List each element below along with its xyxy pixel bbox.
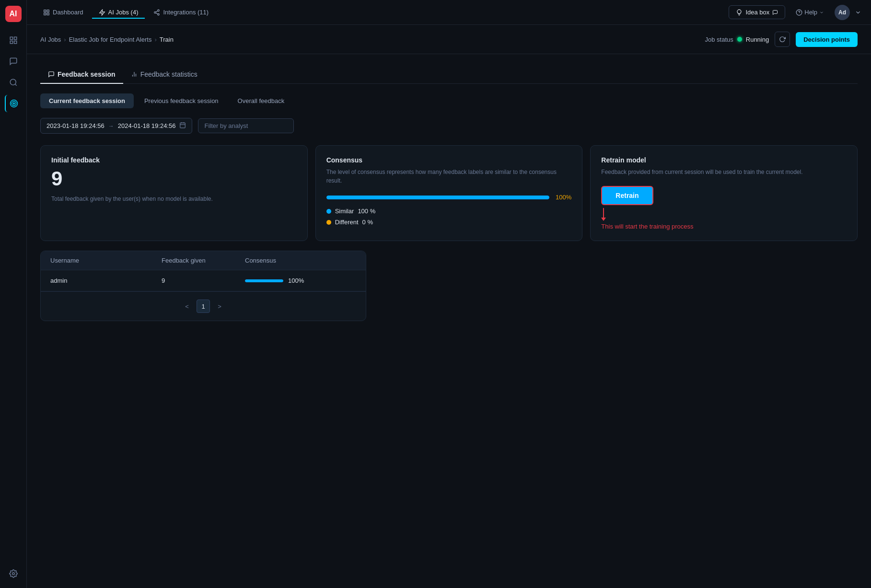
svg-point-15 bbox=[158, 10, 160, 12]
tab-feedback-statistics[interactable]: Feedback statistics bbox=[123, 66, 205, 84]
svg-point-9 bbox=[12, 573, 14, 575]
retrain-button[interactable]: Retrain bbox=[601, 186, 653, 205]
svg-rect-0 bbox=[10, 37, 12, 39]
initial-feedback-card: Initial feedback 9 Total feedback given … bbox=[40, 145, 308, 241]
feedback-table: Username Feedback given Consensus admin … bbox=[40, 251, 366, 321]
retrain-description: Feedback provided from current session w… bbox=[601, 168, 847, 176]
svg-rect-25 bbox=[180, 123, 186, 128]
status-text: Running bbox=[746, 36, 769, 43]
breadcrumb-job-name[interactable]: Elastic Job for Endpoint Alerts bbox=[69, 36, 152, 43]
initial-feedback-title: Initial feedback bbox=[51, 156, 297, 164]
analyst-filter[interactable]: Filter by analyst bbox=[198, 118, 294, 133]
consensus-progress-fill bbox=[326, 196, 550, 199]
svg-point-4 bbox=[10, 79, 16, 85]
consensus-progress-bar-bg bbox=[326, 196, 550, 199]
consensus-description: The level of consensus represents how ma… bbox=[326, 168, 572, 185]
calendar-icon[interactable] bbox=[179, 122, 186, 130]
retrain-warning: This will start the training process bbox=[601, 223, 693, 230]
tab-feedback-session[interactable]: Feedback session bbox=[40, 66, 123, 84]
help-button[interactable]: Help bbox=[790, 6, 830, 19]
svg-point-7 bbox=[12, 102, 16, 106]
consensus-row-pct: 100% bbox=[288, 277, 304, 284]
avatar-chevron-icon bbox=[855, 9, 861, 16]
refresh-button[interactable] bbox=[775, 32, 790, 47]
initial-feedback-value: 9 bbox=[51, 168, 297, 190]
svg-rect-13 bbox=[47, 13, 49, 15]
table-header: Username Feedback given Consensus bbox=[41, 251, 366, 270]
svg-rect-2 bbox=[10, 41, 12, 44]
consensus-title: Consensus bbox=[326, 156, 572, 164]
svg-marker-14 bbox=[99, 10, 105, 15]
filter-row: 2023-01-18 19:24:56 → 2024-01-18 19:24:5… bbox=[40, 118, 858, 134]
sub-header-right: Job status Running Decision points bbox=[705, 32, 858, 47]
decision-points-button[interactable]: Decision points bbox=[796, 32, 858, 47]
consensus-similar-legend: Similar 100 % bbox=[326, 208, 572, 215]
pagination-next[interactable]: > bbox=[213, 300, 226, 313]
subtab-overall[interactable]: Overall feedback bbox=[229, 93, 293, 108]
page-content: Feedback session Feedback statistics Cur… bbox=[27, 54, 871, 333]
retrain-arrow bbox=[601, 208, 606, 221]
pagination: < 1 > bbox=[41, 291, 366, 321]
svg-point-16 bbox=[154, 12, 156, 13]
arrow-line bbox=[603, 208, 604, 218]
breadcrumb-ai-jobs[interactable]: AI Jobs bbox=[40, 36, 61, 43]
pagination-prev[interactable]: < bbox=[180, 300, 194, 313]
breadcrumb-current: Train bbox=[160, 36, 174, 43]
nav-right: Idea box Help Ad bbox=[729, 5, 861, 20]
col-consensus: Consensus bbox=[245, 257, 356, 264]
cell-username: admin bbox=[50, 277, 162, 284]
cell-consensus: 100% bbox=[245, 277, 356, 284]
sidebar-item-settings[interactable] bbox=[5, 565, 22, 582]
job-status: Job status Running bbox=[705, 36, 769, 43]
retrain-title: Retrain model bbox=[601, 156, 847, 164]
sidebar-item-chart[interactable] bbox=[5, 32, 22, 49]
subtab-current[interactable]: Current feedback session bbox=[40, 93, 134, 108]
sub-header: AI Jobs › Elastic Job for Endpoint Alert… bbox=[27, 25, 871, 54]
date-to: 2024-01-18 19:24:56 bbox=[118, 122, 176, 129]
svg-point-8 bbox=[13, 103, 14, 104]
table-row: admin 9 100% bbox=[41, 270, 366, 291]
date-from: 2023-01-18 19:24:56 bbox=[46, 122, 105, 129]
svg-line-5 bbox=[15, 84, 16, 85]
nav-dashboard[interactable]: Dashboard bbox=[36, 6, 90, 19]
svg-rect-3 bbox=[14, 41, 16, 44]
sidebar-item-search[interactable] bbox=[5, 74, 22, 91]
sub-tabs: Current feedback session Previous feedba… bbox=[40, 93, 858, 108]
col-username: Username bbox=[50, 257, 162, 264]
mini-progress-fill bbox=[245, 279, 283, 282]
pagination-page-1[interactable]: 1 bbox=[197, 300, 210, 313]
sidebar: AI bbox=[0, 0, 27, 588]
cards-grid: Initial feedback 9 Total feedback given … bbox=[40, 145, 858, 241]
main-container: Dashboard AI Jobs (4) Integrations (11) bbox=[27, 0, 871, 588]
breadcrumb: AI Jobs › Elastic Job for Endpoint Alert… bbox=[40, 36, 174, 43]
svg-rect-10 bbox=[44, 10, 46, 12]
idea-box-button[interactable]: Idea box bbox=[729, 5, 785, 19]
consensus-card: Consensus The level of consensus represe… bbox=[315, 145, 583, 241]
consensus-progress-row: 100% bbox=[326, 194, 572, 201]
consensus-different-legend: Different 0 % bbox=[326, 219, 572, 226]
consensus-pct-label: 100% bbox=[554, 194, 571, 201]
arrow-head bbox=[601, 218, 606, 221]
sidebar-item-chat[interactable] bbox=[5, 53, 22, 70]
nav-ai-jobs[interactable]: AI Jobs (4) bbox=[92, 6, 145, 19]
sidebar-item-target[interactable] bbox=[5, 95, 22, 112]
nav-integrations[interactable]: Integrations (11) bbox=[147, 6, 215, 19]
different-dot bbox=[326, 220, 331, 225]
svg-rect-12 bbox=[44, 13, 46, 15]
svg-line-19 bbox=[156, 11, 158, 12]
retrain-model-card: Retrain model Feedback provided from cur… bbox=[590, 145, 858, 241]
content-area: AI Jobs › Elastic Job for Endpoint Alert… bbox=[27, 25, 871, 588]
svg-rect-11 bbox=[47, 10, 49, 12]
svg-line-18 bbox=[156, 12, 158, 13]
user-avatar[interactable]: Ad bbox=[835, 5, 850, 20]
mini-progress-bar bbox=[245, 279, 283, 282]
col-feedback-given: Feedback given bbox=[162, 257, 245, 264]
status-dot bbox=[737, 37, 742, 42]
subtab-previous[interactable]: Previous feedback session bbox=[136, 93, 227, 108]
app-logo[interactable]: AI bbox=[5, 6, 22, 22]
cell-feedback-given: 9 bbox=[162, 277, 245, 284]
svg-point-17 bbox=[158, 13, 160, 15]
retrain-action-area: Retrain This will start the training pro… bbox=[601, 186, 847, 230]
top-nav: Dashboard AI Jobs (4) Integrations (11) bbox=[27, 0, 871, 25]
date-range-picker[interactable]: 2023-01-18 19:24:56 → 2024-01-18 19:24:5… bbox=[40, 118, 192, 134]
